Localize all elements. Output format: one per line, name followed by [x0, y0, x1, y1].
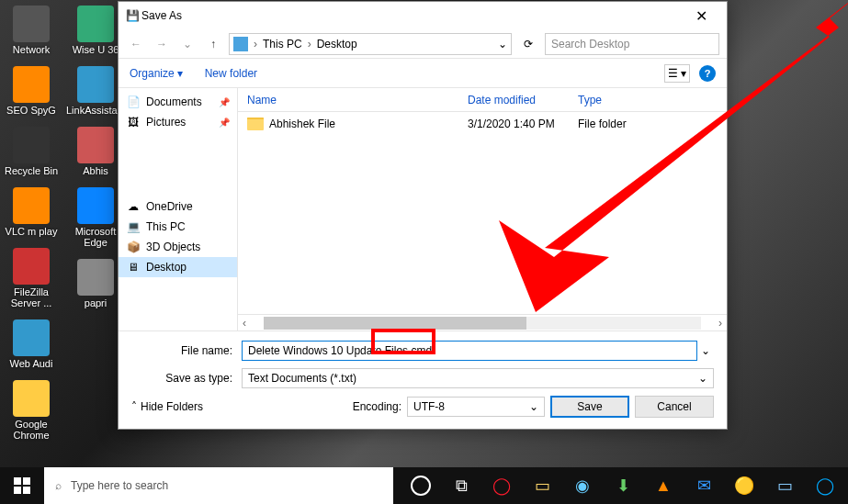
start-button[interactable]: [0, 467, 44, 504]
organize-button[interactable]: Organize ▾: [130, 67, 183, 80]
taskbar: ⌕ Type here to search ⧉ ◯ ▭ ◉ ⬇ ▲ ✉ 🟡 ▭ …: [0, 467, 848, 504]
tree-item[interactable]: ☁OneDrive: [119, 196, 237, 217]
desktop-icon[interactable]: papri: [66, 259, 125, 308]
encoding-label: Encoding:: [353, 400, 401, 413]
desktop-icon[interactable]: VLC m play: [2, 187, 61, 237]
breadcrumb[interactable]: › This PC › Desktop ⌄: [229, 33, 512, 55]
desktop-icon[interactable]: Wise U 36: [66, 6, 125, 55]
pin-icon: 📌: [219, 118, 230, 128]
filename-dropdown[interactable]: ⌄: [697, 344, 714, 357]
folder-icon: 📦: [126, 240, 141, 254]
back-button[interactable]: ←: [126, 34, 146, 54]
scroll-left-icon[interactable]: ‹: [238, 317, 251, 330]
opera-icon[interactable]: ◯: [482, 467, 521, 504]
desktop-icon[interactable]: LinkAssistant: [66, 66, 125, 116]
mail-icon[interactable]: ✉: [684, 467, 723, 504]
saveastype-label: Save as type:: [131, 372, 242, 385]
folder-icon: 💻: [126, 219, 141, 234]
app-icon[interactable]: ◯: [806, 467, 844, 504]
list-item[interactable]: Abhishek File 3/1/2020 1:40 PM File fold…: [238, 112, 727, 136]
explorer-icon[interactable]: ▭: [523, 467, 561, 504]
col-date[interactable]: Date modified: [458, 94, 569, 106]
search-icon: ⌕: [55, 479, 62, 492]
dialog-title: Save As: [140, 9, 683, 22]
chevron-down-icon[interactable]: ⌄: [498, 38, 507, 50]
breadcrumb-folder[interactable]: Desktop: [317, 38, 357, 50]
filename-label: File name:: [131, 344, 242, 357]
notepad-icon[interactable]: ▭: [765, 467, 804, 504]
folder-icon: [247, 118, 264, 130]
disk-icon: 💾: [126, 9, 140, 22]
close-button[interactable]: ✕: [683, 7, 719, 25]
h-scrollbar[interactable]: ‹ ›: [238, 314, 727, 330]
desktop-icon[interactable]: Microsoft Edge: [66, 187, 125, 248]
cancel-button[interactable]: Cancel: [635, 396, 714, 418]
desktop-icon[interactable]: SEO SpyG: [2, 66, 61, 116]
desktop-icon[interactable]: Recycle Bin: [2, 127, 61, 176]
taskview-icon[interactable]: ⧉: [442, 467, 481, 504]
pc-icon: [233, 37, 248, 51]
save-form: File name: ⌄ Save as type: Text Document…: [119, 330, 727, 429]
folder-icon: 🖥: [126, 260, 141, 274]
tree-item[interactable]: 🖼Pictures📌: [119, 112, 237, 132]
view-button[interactable]: ☰ ▾: [664, 64, 690, 83]
chevron-right-icon: ›: [252, 38, 259, 50]
chevron-up-icon: ˄: [131, 400, 137, 413]
scroll-right-icon[interactable]: ›: [714, 317, 727, 330]
taskbar-search[interactable]: ⌕ Type here to search: [44, 467, 393, 504]
titlebar: 💾 Save As ✕: [119, 2, 727, 29]
file-list: Name Date modified Type Abhishek File 3/…: [238, 88, 727, 330]
new-folder-button[interactable]: New folder: [205, 67, 257, 80]
saveastype-select[interactable]: Text Documents (*.txt) ⌄: [242, 368, 714, 388]
camera-icon[interactable]: ◉: [563, 467, 602, 504]
refresh-button[interactable]: ⟳: [517, 33, 539, 55]
hide-folders-button[interactable]: ˄ Hide Folders: [131, 400, 203, 413]
folder-icon: ☁: [126, 199, 141, 214]
col-name[interactable]: Name: [238, 94, 458, 106]
pin-icon: 📌: [219, 97, 230, 107]
desktop-icon[interactable]: Google Chrome: [2, 380, 61, 441]
search-input[interactable]: Search Desktop: [545, 33, 719, 55]
chevron-down-icon: ⌄: [529, 400, 538, 413]
tree-item[interactable]: 📦3D Objects: [119, 237, 237, 257]
save-button[interactable]: Save: [550, 396, 629, 418]
desktop-icon[interactable]: Abhis: [66, 127, 125, 176]
up-button[interactable]: ↑: [203, 34, 223, 54]
encoding-select[interactable]: UTF-8 ⌄: [407, 397, 545, 417]
desktop-icon[interactable]: Network: [2, 6, 61, 55]
list-header: Name Date modified Type: [238, 88, 727, 112]
desktop-icon[interactable]: FileZilla Server ...: [2, 248, 61, 308]
chevron-right-icon: ›: [306, 38, 313, 50]
folder-icon: 📄: [126, 95, 141, 109]
chevron-down-icon: ⌄: [698, 372, 707, 385]
tree-item[interactable]: 🖥Desktop: [119, 257, 237, 277]
recent-dropdown[interactable]: ⌄: [177, 34, 198, 54]
filename-input[interactable]: [242, 341, 697, 361]
nav-bar: ← → ⌄ ↑ › This PC › Desktop ⌄ ⟳ Search D…: [119, 29, 727, 59]
nav-tree: 📄Documents📌🖼Pictures📌☁OneDrive💻This PC📦3…: [119, 88, 238, 330]
save-as-dialog: 💾 Save As ✕ ← → ⌄ ↑ › This PC › Desktop …: [118, 1, 728, 430]
col-type[interactable]: Type: [569, 94, 727, 106]
search-placeholder: Search Desktop: [551, 38, 629, 50]
help-button[interactable]: ?: [699, 65, 716, 82]
caret-down-icon: ▾: [177, 67, 183, 80]
vlc-icon[interactable]: ▲: [644, 467, 683, 504]
folder-icon: 🖼: [126, 115, 141, 129]
cortana-icon[interactable]: [401, 467, 440, 504]
idm-icon[interactable]: ⬇: [604, 467, 642, 504]
desktop-icon[interactable]: Web Audi: [2, 319, 61, 369]
breadcrumb-root[interactable]: This PC: [263, 38, 302, 50]
toolbar: Organize ▾ New folder ☰ ▾ ?: [119, 59, 727, 88]
windows-icon: [14, 477, 30, 494]
chrome-icon[interactable]: 🟡: [725, 467, 763, 504]
forward-button[interactable]: →: [152, 34, 172, 54]
tree-item[interactable]: 📄Documents📌: [119, 92, 237, 112]
tree-item[interactable]: 💻This PC: [119, 217, 237, 237]
